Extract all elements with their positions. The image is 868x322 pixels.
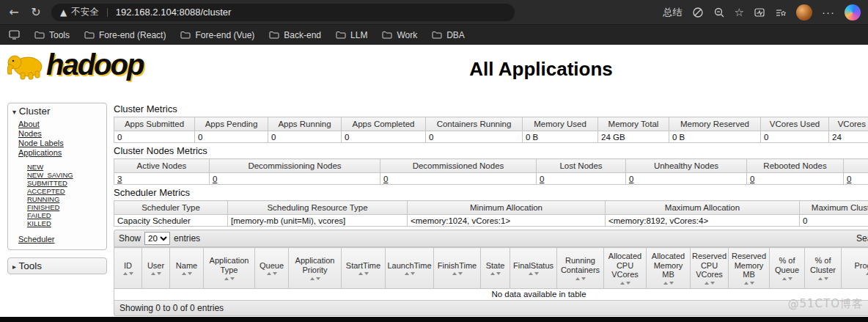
hadoop-elephant-icon (6, 52, 44, 80)
metric-value: <memory:8192, vCores:4> (606, 215, 800, 227)
column-header-label: % of Cluster (806, 256, 839, 274)
sidebar-link[interactable]: Nodes (8, 128, 106, 138)
node-count-link[interactable]: 0 (383, 175, 388, 183)
sort-icon (123, 272, 133, 275)
address-bar[interactable]: ▲ 不安全 192.168.2.104:8088/cluster (51, 4, 515, 21)
bookmark-folder[interactable]: Back-end (269, 30, 321, 40)
metric-value: 0 B (669, 131, 761, 143)
toolbar-right: 总结 ☆ ··· (663, 4, 861, 21)
sidebar: ▾ Cluster AboutNodesNode LabelsApplicati… (7, 103, 107, 274)
sortable-column-header[interactable]: Application Priority (289, 248, 342, 289)
app-state-links: NEWNEW_SAVINGSUBMITTEDACCEPTEDRUNNINGFIN… (8, 163, 106, 227)
metric-value: 0 (761, 131, 829, 143)
favorites-bar-icon[interactable] (775, 7, 787, 18)
favorite-star-icon[interactable]: ☆ (735, 6, 744, 19)
column-header: Memory Total (598, 117, 669, 131)
not-secure-warning-icon[interactable]: ▲ (60, 7, 67, 18)
node-count-link[interactable]: 0 (540, 175, 544, 183)
column-header-label: FinishTime (438, 261, 477, 271)
sortable-column-header[interactable]: State (481, 248, 510, 289)
column-header-label: LaunchTime (387, 261, 431, 271)
sortable-column-header[interactable]: ID (114, 248, 142, 289)
table-toolbar: Show 20 entries Search: (114, 230, 868, 247)
pinned-site-icon[interactable] (9, 30, 20, 40)
sidebar-state-link[interactable]: FINISHED (8, 203, 106, 211)
sortable-column-header[interactable]: StartTime (342, 248, 386, 289)
column-header: Apps Running (268, 117, 342, 131)
sort-icon (405, 272, 415, 275)
sidebar-link[interactable]: Node Labels (8, 138, 106, 147)
column-header: Scheduling Resource Type (228, 201, 408, 215)
metric-value: 0 (342, 131, 426, 143)
sortable-column-header[interactable]: FinalStatus (510, 248, 557, 289)
bookmark-folder[interactable]: LLM (336, 30, 367, 40)
more-menu-icon[interactable]: ··· (822, 6, 835, 18)
bookmark-label: Back-end (284, 30, 321, 40)
sidebar-link[interactable]: Applications (8, 147, 106, 157)
hadoop-logo-text: hadoop (46, 49, 143, 80)
yarn-page: hadoop All Applications ▾ Cluster AboutN… (0, 45, 868, 317)
bookmark-folder[interactable]: Work (382, 30, 417, 40)
bookmark-label: LLM (350, 30, 367, 40)
sortable-column-header[interactable]: LaunchTime (386, 248, 434, 289)
sortable-column-header[interactable]: Allocated CPU VCores (604, 248, 647, 289)
sortable-column-header[interactable]: % of Queue (770, 248, 805, 289)
tools-nav-header[interactable]: ▸ Tools (8, 258, 106, 274)
page-title: All Applications (469, 58, 613, 81)
bookmark-label: Tools (49, 30, 70, 40)
bookmark-folder[interactable]: Fore-end (Vue) (180, 30, 254, 40)
node-count-link[interactable]: 0 (213, 175, 217, 183)
bookmark-folder[interactable]: Fore-end (React) (84, 30, 166, 40)
sidebar-state-link[interactable]: FAILED (8, 211, 106, 219)
cluster-links: AboutNodesNode LabelsApplications (8, 119, 106, 157)
sortable-column-header[interactable]: Application Type (204, 248, 255, 289)
copilot-icon[interactable] (845, 4, 861, 21)
sidebar-link[interactable]: About (8, 119, 106, 128)
nodes-metrics-header-row: Active NodesDecommissioning NodesDecommi… (114, 159, 868, 173)
sidebar-state-link[interactable]: NEW_SAVING (8, 171, 106, 179)
profile-avatar[interactable] (796, 4, 812, 21)
browser-essentials-icon[interactable] (754, 7, 765, 18)
sortable-column-header[interactable]: User (142, 248, 170, 289)
bookmark-folder[interactable]: DBA (432, 30, 465, 40)
sortable-column-header[interactable]: Name (170, 248, 204, 289)
sortable-column-header[interactable]: Reserved Memory MB (729, 248, 770, 289)
browser-chrome: ← ↻ ▲ 不安全 192.168.2.104:8088/cluster 总结 … (0, 0, 868, 45)
sortable-column-header[interactable]: Queue (255, 248, 289, 289)
node-metric-cell: 0 (844, 173, 868, 185)
sidebar-state-link[interactable]: SUBMITTED (8, 179, 106, 187)
zoom-icon[interactable] (713, 7, 725, 18)
page-size-select[interactable]: 20 (144, 232, 170, 245)
sortable-column-header[interactable]: Reserved CPU VCores (691, 248, 729, 289)
column-header-label: User (147, 261, 164, 271)
metric-value: 24 GB (598, 131, 669, 143)
sortable-column-header[interactable]: % of Cluster (805, 248, 842, 289)
metric-value: 0 (268, 131, 342, 143)
node-count-link[interactable]: 0 (847, 175, 851, 183)
column-header: Rebooted Nodes (747, 159, 844, 173)
bottom-strip (0, 317, 868, 322)
column-header: Decommissioning Nodes (210, 159, 380, 173)
sidebar-state-link[interactable]: KILLED (8, 219, 106, 227)
sortable-column-header[interactable]: Allocated Memory MB (647, 248, 691, 289)
metric-value: 0 (114, 131, 195, 143)
node-count-link[interactable]: 0 (629, 175, 633, 183)
sidebar-state-link[interactable]: ACCEPTED (8, 187, 106, 195)
back-icon[interactable]: ← (7, 5, 21, 19)
sidebar-state-link[interactable]: NEW (8, 163, 106, 171)
bookmark-folder[interactable]: Tools (34, 30, 70, 40)
tools-header-label: Tools (19, 260, 43, 271)
sortable-column-header[interactable]: Running Containers (557, 248, 604, 289)
node-count-link[interactable]: 3 (117, 175, 122, 183)
cluster-nav-header[interactable]: ▾ Cluster (8, 103, 106, 119)
sortable-column-header[interactable]: FinishTime (434, 248, 481, 289)
summarize-label[interactable]: 总结 (663, 6, 683, 19)
column-header: Minimum Allocation (408, 201, 606, 215)
sidebar-link-scheduler[interactable]: Scheduler (8, 234, 106, 244)
sortable-column-header[interactable]: Progress (842, 248, 868, 289)
refresh-icon[interactable]: ↻ (29, 5, 43, 19)
node-count-link[interactable]: 0 (750, 175, 754, 183)
sidebar-state-link[interactable]: RUNNING (8, 195, 106, 203)
tools-nav-box: ▸ Tools (7, 257, 107, 274)
summarize-extension-icon[interactable] (692, 7, 704, 18)
